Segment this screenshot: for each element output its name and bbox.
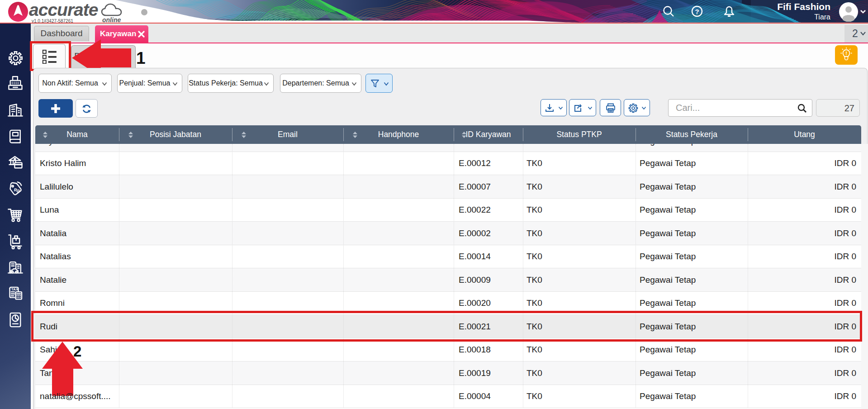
svg-text:?: ? [695,8,699,15]
svg-text:Rp: Rp [14,187,20,193]
svg-text:!: ! [845,51,847,56]
svg-text:TAX: TAX [11,287,19,291]
